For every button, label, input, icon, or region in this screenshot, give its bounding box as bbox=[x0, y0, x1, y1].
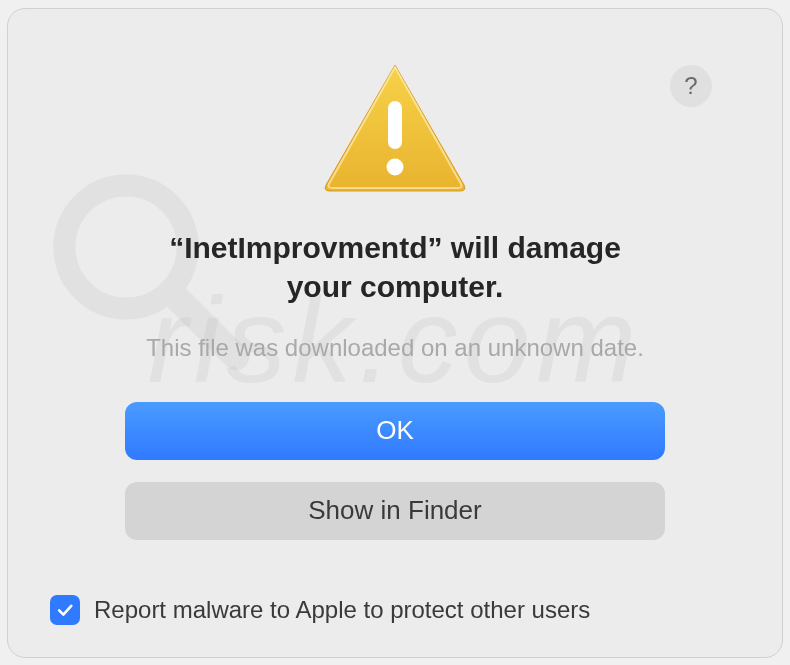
report-checkbox-row: Report malware to Apple to protect other… bbox=[50, 595, 590, 625]
show-in-finder-label: Show in Finder bbox=[308, 495, 481, 526]
alert-title: “InetImprovmentd” will damage your compu… bbox=[169, 228, 621, 306]
svg-rect-2 bbox=[388, 101, 402, 149]
show-in-finder-button[interactable]: Show in Finder bbox=[125, 482, 665, 540]
checkmark-icon bbox=[55, 600, 75, 620]
help-icon: ? bbox=[684, 72, 697, 100]
alert-dialog: risk.com ? “InetImprovme bbox=[7, 8, 783, 658]
ok-button[interactable]: OK bbox=[125, 402, 665, 460]
ok-button-label: OK bbox=[376, 415, 414, 446]
report-checkbox[interactable] bbox=[50, 595, 80, 625]
alert-title-line2: your computer. bbox=[287, 270, 504, 303]
alert-title-line1: “InetImprovmentd” will damage bbox=[169, 231, 621, 264]
help-button[interactable]: ? bbox=[670, 65, 712, 107]
alert-subtitle: This file was downloaded on an unknown d… bbox=[146, 334, 644, 362]
report-checkbox-label: Report malware to Apple to protect other… bbox=[94, 596, 590, 624]
svg-point-3 bbox=[387, 158, 404, 175]
button-group: OK Show in Finder bbox=[125, 402, 665, 540]
warning-icon bbox=[320, 59, 470, 198]
